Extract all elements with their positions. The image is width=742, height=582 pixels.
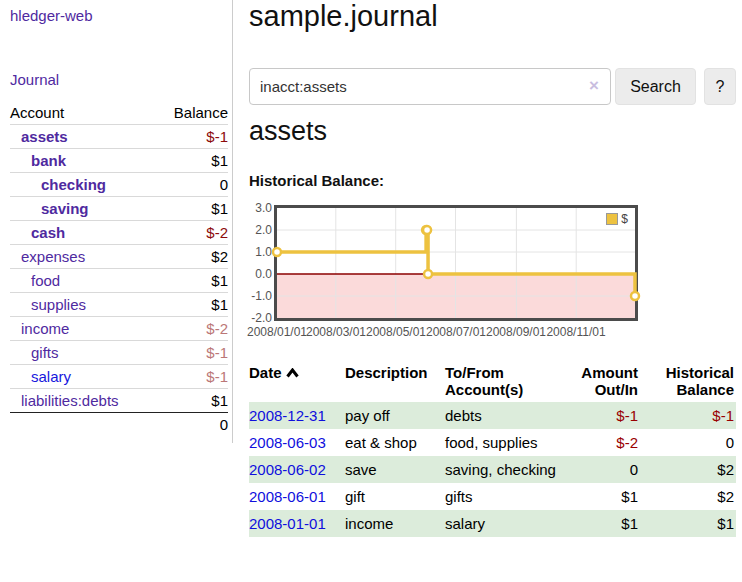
register-col-date[interactable]: Date [249,360,345,402]
legend-label: $ [621,212,628,226]
transaction-date-link[interactable]: 2008-12-31 [249,407,326,424]
search-form: × Search ? [249,68,737,105]
x-tick-label: 2008/07/01 [424,325,488,339]
y-tick-label: 1.0 [249,244,272,260]
transaction-description: gift [345,483,445,510]
x-tick-label: 2008/01/01 [245,325,309,339]
x-tick-label: 2008/05/01 [364,325,428,339]
account-balance: $2 [155,245,228,269]
accounts-total: 0 [10,413,228,437]
accounts-col-account: Account [10,101,155,125]
register-row: 2008-12-31 pay off debts $-1 $-1 [249,402,736,429]
help-button[interactable]: ? [704,68,736,105]
account-link-supplies[interactable]: supplies [31,296,86,313]
account-row: supplies $1 [10,293,228,317]
account-link-food[interactable]: food [31,272,60,289]
x-tick-label: 2008/03/01 [304,325,368,339]
plot-area: $ [274,205,638,321]
transaction-amount: $-2 [578,429,646,456]
transaction-accounts: salary [445,510,578,537]
historical-balance-chart: 3.0 2.0 1.0 0.0 -1.0 -2.0 [249,200,737,350]
accounts-col-balance: Balance [155,101,228,125]
account-row: bank $1 [10,149,228,173]
account-link-bank[interactable]: bank [31,152,66,169]
account-link-salary[interactable]: salary [31,368,71,385]
y-tick-label: -2.0 [249,310,272,326]
transaction-amount: $1 [578,510,646,537]
register-row: 2008-06-02 save saving, checking 0 $2 [249,456,736,483]
register-row: 2008-06-03 eat & shop food, supplies $-2… [249,429,736,456]
register-header-row: Date Description To/From Account(s) Amou… [249,360,736,402]
account-link-checking[interactable]: checking [41,176,106,193]
hledger-web-page: hledger-web Journal Account Balance asse… [0,0,742,582]
y-tick-label: 0.0 [249,266,272,282]
transaction-description: eat & shop [345,429,445,456]
account-row: cash $-2 [10,221,228,245]
x-tick-label: 2008/11/01 [544,325,608,339]
account-link-expenses[interactable]: expenses [21,248,85,265]
account-link-liabilities-debts[interactable]: liabilities:debts [21,392,119,409]
register-col-description: Description [345,360,445,402]
transaction-date-link[interactable]: 2008-06-03 [249,434,326,451]
accounts-total-row: 0 [10,413,228,437]
transaction-balance: $2 [646,483,736,510]
register-row: 2008-01-01 income salary $1 $1 [249,510,736,537]
transaction-description: save [345,456,445,483]
transaction-accounts: debts [445,402,578,429]
y-tick-label: 2.0 [249,222,272,238]
account-balance: $-1 [155,341,228,365]
account-row: income $-2 [10,317,228,341]
transaction-date-link[interactable]: 2008-01-01 [249,515,326,532]
account-balance: $1 [155,149,228,173]
register-col-amount: Amount Out/In [578,360,646,402]
transaction-amount: $-1 [578,402,646,429]
clear-search-icon[interactable]: × [589,76,599,96]
account-row: saving $1 [10,197,228,221]
chart-legend: $ [603,211,631,227]
account-row: gifts $-1 [10,341,228,365]
x-tick-label: 2008/09/01 [484,325,548,339]
account-heading: assets [249,116,327,147]
account-link-assets[interactable]: assets [21,128,68,145]
y-tick-label: -1.0 [249,288,272,304]
account-balance: $-1 [155,125,228,149]
register-row: 2008-06-01 gift gifts $1 $2 [249,483,736,510]
transaction-balance: $-1 [646,402,736,429]
app-brand-link[interactable]: hledger-web [10,7,93,24]
transaction-accounts: gifts [445,483,578,510]
account-balance: $1 [155,269,228,293]
transaction-accounts: saving, checking [445,456,578,483]
sidebar-item-journal[interactable]: Journal [10,71,59,88]
transaction-accounts: food, supplies [445,429,578,456]
account-balance: $-2 [155,317,228,341]
transaction-description: pay off [345,402,445,429]
account-link-gifts[interactable]: gifts [31,344,59,361]
main-content: sample.journal × Search ? assets Histori… [249,0,737,582]
account-row: expenses $2 [10,245,228,269]
register-table: Date Description To/From Account(s) Amou… [249,360,736,537]
sidebar-divider [232,0,233,443]
search-input[interactable] [249,68,611,105]
account-row: liabilities:debts $1 [10,389,228,413]
account-balance: $1 [155,197,228,221]
account-link-income[interactable]: income [21,320,69,337]
register-col-balance: Historical Balance [646,360,736,402]
account-row: salary $-1 [10,365,228,389]
transaction-date-link[interactable]: 2008-06-01 [249,488,326,505]
transaction-amount: $1 [578,483,646,510]
transaction-date-link[interactable]: 2008-06-02 [249,461,326,478]
account-link-cash[interactable]: cash [31,224,65,241]
transaction-description: income [345,510,445,537]
page-title: sample.journal [249,0,438,33]
account-balance: $-1 [155,365,228,389]
legend-swatch [606,213,618,225]
chart-title: Historical Balance: [249,172,384,189]
account-link-saving[interactable]: saving [41,200,89,217]
search-button[interactable]: Search [615,68,696,105]
transaction-balance: $1 [646,510,736,537]
transaction-balance: $2 [646,456,736,483]
account-row: checking 0 [10,173,228,197]
accounts-header-row: Account Balance [10,101,228,125]
account-balance: 0 [155,173,228,197]
y-tick-label: 3.0 [249,200,272,216]
